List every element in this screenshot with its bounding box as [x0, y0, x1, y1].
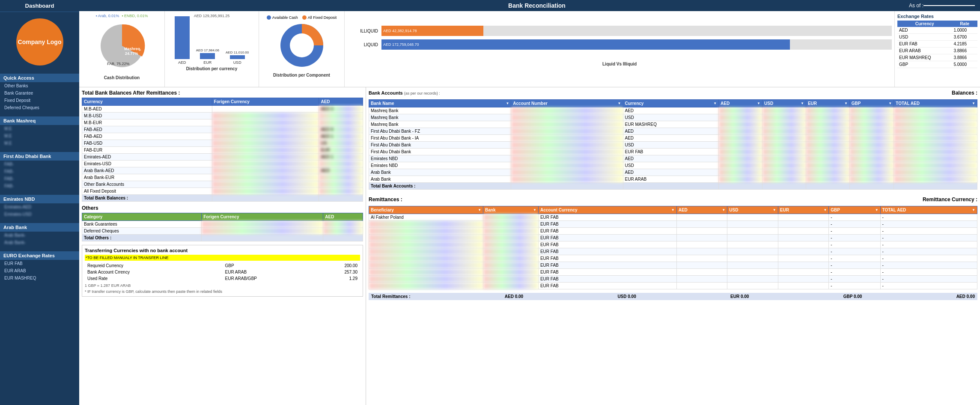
dist-currency-top-label: AED 129,395,991.25: [194, 14, 230, 18]
ba-bank-cell: Emirates NBD: [369, 155, 511, 162]
ba-aed-cell: [719, 128, 763, 135]
ba-currency-cell: AED: [623, 107, 719, 114]
ba-currency-cell: AED: [623, 169, 719, 176]
sidebar-item-enbd-aed[interactable]: Emirates-AED: [0, 203, 79, 211]
tbb-aed-cell: [319, 174, 363, 181]
rem-usd-cell: [727, 255, 778, 262]
sidebar-item-mashreq-2[interactable]: M.E: [0, 132, 79, 140]
sidebar-item-mashreq-3[interactable]: M.E: [0, 140, 79, 147]
tbb-foreign-cell: [212, 174, 319, 181]
rem-usd-cell: [727, 276, 778, 283]
sidebar-item-fab-3[interactable]: FAB-: [0, 175, 79, 182]
tbb-currency-cell: Emirates-AED: [82, 154, 212, 161]
rem-gbp-cell: -: [829, 262, 880, 269]
sidebar-item-fixed-deposit[interactable]: Fixed Deposit: [0, 97, 79, 104]
exchange-rates-section: Exchange Rates Currency Rate AED1.0000US…: [894, 11, 980, 87]
tbb-row: Emirates-USD: [82, 161, 363, 167]
dist-component-svg: [270, 20, 334, 71]
others-cat-cell: Bank Guarantees: [82, 221, 202, 228]
rem-eur-cell: [778, 228, 829, 235]
sidebar-item-fab-4[interactable]: FAB-: [0, 182, 79, 190]
ba-currency-header: Currency▼: [623, 100, 719, 107]
rem-eur-cell: [778, 214, 829, 221]
ba-gbp-cell: [849, 183, 894, 190]
rem-aed-cell: [676, 221, 727, 228]
transfer-value-cell: 200.00: [315, 262, 360, 269]
bank-account-row: Total Bank Accounts :: [369, 183, 977, 190]
others-row: Bank Guarantees: [82, 221, 363, 228]
sidebar-item-fab-2[interactable]: FAB-: [0, 168, 79, 175]
sidebar-item-arab-2[interactable]: Arab Bank-: [0, 239, 79, 246]
bank-accounts-table: Bank Name▼ Account Number▼ Currency▼ AED…: [369, 99, 977, 190]
tbb-currency-cell: Arab Bank-EUR: [82, 174, 212, 181]
tbb-foreign-cell: [212, 106, 319, 113]
exchange-rate-row: EUR MASHREQ3.8866: [897, 54, 977, 61]
svg-text:FAB, 75.22%: FAB, 75.22%: [107, 62, 130, 66]
ba-usd-cell: [763, 121, 806, 128]
rem-gbp-cell: -: [829, 228, 880, 235]
rem-total-cell: -: [880, 235, 977, 241]
ba-gbp-cell: [849, 155, 894, 162]
ba-currency-cell: USD: [623, 114, 719, 121]
tbb-row: Emirates-AEDAED 1: [82, 154, 363, 161]
transfer-currency-cell: EUR ARAB: [223, 269, 315, 275]
rem-bank-cell: [483, 276, 539, 283]
remittance-row: EUR FAB--: [369, 235, 977, 241]
sidebar-item-enbd-usd[interactable]: Emirates-USD: [0, 211, 79, 218]
euro-exchange-title: EURO Exchange Rates: [0, 251, 79, 260]
sidebar-item-bank-guarantee[interactable]: Bank Garantee: [0, 89, 79, 97]
bank-account-row: Emirates NBDAED: [369, 155, 977, 162]
bar-eur: AED 17,984.06 EUR: [196, 48, 219, 65]
tbb-currency-cell: Other Bank Accounts: [82, 181, 212, 188]
tbb-row: Other Bank Accounts: [82, 181, 363, 188]
ba-account-cell: [511, 114, 623, 121]
rem-usd-cell: [727, 221, 778, 228]
right-panel: Bank Accounts (as per our records) : Bal…: [366, 87, 980, 405]
tbb-currency-cell: FAB-EUR: [82, 147, 212, 154]
ba-bank-cell: First Abu Dhabi Bank - FZ: [369, 128, 511, 135]
rem-total-cell: -: [880, 221, 977, 228]
ba-account-cell: [511, 135, 623, 142]
sidebar-item-eur-mashreq[interactable]: EUR MASHREQ: [0, 274, 79, 282]
rem-usd-cell: [727, 214, 778, 221]
sidebar-item-deferred-cheques[interactable]: Deferred Cheques: [0, 104, 79, 111]
sidebar-item-eur-arab[interactable]: EUR ARAB: [0, 267, 79, 274]
rem-total-total: AED 0.00: [956, 294, 975, 299]
ba-total-cell: [894, 176, 977, 183]
rem-eur-cell: [778, 241, 829, 248]
rem-total-cell: -: [880, 228, 977, 235]
tbb-currency-header: Currency: [82, 98, 212, 106]
ba-bank-cell: First Abu Dhabi Bank - IA: [369, 135, 511, 142]
tbb-foreign-cell: [212, 147, 319, 154]
sidebar-item-mashreq-1[interactable]: M.E: [0, 125, 79, 132]
transfer-row: Used RateEUR ARAB/GBP1.29: [85, 275, 360, 282]
rem-acc-currency-cell: EUR FAB: [538, 248, 676, 255]
ba-account-cell: [511, 162, 623, 169]
rem-total-cell: -: [880, 214, 977, 221]
remittance-row: EUR FAB--: [369, 241, 977, 248]
rem-bank-cell: [483, 262, 539, 269]
tbb-row: Total Bank Balances :: [82, 195, 363, 202]
rem-eur-cell: [778, 248, 829, 255]
sidebar-item-other-banks[interactable]: Other Banks: [0, 82, 79, 89]
bank-account-row: Mashreq BankAED: [369, 107, 977, 114]
sidebar-item-fab-1[interactable]: FAB-: [0, 161, 79, 168]
liquid-row: LIQUID AED 172,759,048.70: [347, 39, 892, 50]
remittance-row: EUR FAB--: [369, 221, 977, 228]
sidebar-item-arab-1[interactable]: Arab Bank-: [0, 232, 79, 239]
tbb-foreign-cell: [212, 113, 319, 119]
rem-total-usd: USD 0.00: [617, 294, 636, 299]
ba-aed-header: AED▼: [719, 100, 763, 107]
tbb-foreign-cell: [212, 119, 319, 126]
ba-eur-cell: [806, 142, 849, 149]
ba-bank-cell: First Abu Dhabi Bank: [369, 149, 511, 155]
ba-usd-cell: [763, 155, 806, 162]
exchange-currency-cell: EUR ARAB: [897, 48, 952, 54]
sidebar-item-eur-fab[interactable]: EUR FAB: [0, 260, 79, 267]
rem-gbp-header: GBP▼: [829, 206, 880, 214]
rem-beneficiary-cell: [369, 221, 483, 228]
ba-account-cell: [511, 128, 623, 135]
ba-account-header: Account Number▼: [511, 100, 623, 107]
tbb-aed-cell: AED 1: [319, 154, 363, 161]
quick-access-title: Quick Access: [0, 74, 79, 82]
